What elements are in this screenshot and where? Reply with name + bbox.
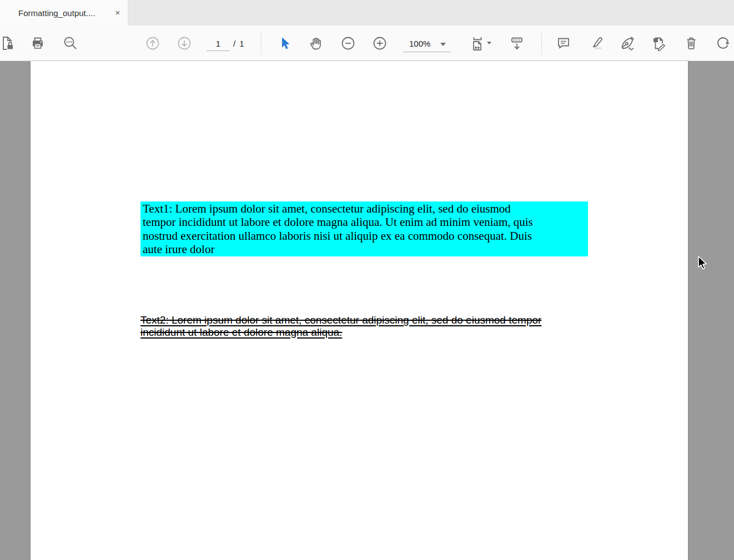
stamp-edit-icon[interactable] bbox=[650, 34, 668, 53]
zoom-out-icon[interactable] bbox=[339, 34, 358, 53]
chevron-down-icon bbox=[440, 43, 446, 46]
text-line: Text2: Lorem ipsum dolor sit amet, conse… bbox=[140, 314, 541, 326]
fit-width-chevron-icon[interactable] bbox=[487, 42, 491, 44]
zoom-level-dropdown[interactable]: 100% bbox=[403, 36, 451, 52]
redo-icon[interactable] bbox=[713, 34, 732, 53]
pdf-viewer-window: Formatting_output.... × bbox=[0, 0, 734, 560]
document-tab[interactable]: Formatting_output.... × bbox=[0, 0, 128, 26]
text-line: aute irure dolor bbox=[143, 243, 588, 256]
text-line: nostrud exercitation ullamco laboris nis… bbox=[143, 229, 588, 243]
delete-annotation-icon[interactable] bbox=[682, 34, 701, 53]
select-tool-icon[interactable] bbox=[275, 34, 294, 53]
tab-title: Formatting_output.... bbox=[18, 8, 95, 18]
tab-bar: Formatting_output.... × bbox=[0, 0, 734, 26]
print-icon[interactable] bbox=[28, 34, 47, 53]
page-down-icon[interactable] bbox=[175, 34, 194, 53]
highlight-icon[interactable] bbox=[586, 34, 605, 53]
zoom-level-value: 100% bbox=[409, 39, 430, 48]
page-total: 1 bbox=[239, 39, 244, 48]
page-separator: / bbox=[233, 39, 235, 48]
page-number-input[interactable] bbox=[207, 37, 230, 51]
text-line: Text1: Lorem ipsum dolor sit amet, conse… bbox=[143, 202, 588, 215]
highlighted-text-annotation[interactable]: Text1: Lorem ipsum dolor sit amet, conse… bbox=[140, 201, 588, 256]
tab-close-icon[interactable]: × bbox=[112, 7, 123, 18]
zoom-in-icon[interactable] bbox=[370, 34, 389, 53]
page-count-label: /1 bbox=[233, 39, 248, 48]
dock-toolbar-icon[interactable] bbox=[507, 34, 526, 53]
hand-tool-icon[interactable] bbox=[306, 34, 325, 53]
comment-icon[interactable] bbox=[554, 34, 573, 53]
text-line: incididunt ut labore et dolore magna ali… bbox=[140, 326, 541, 339]
search-icon[interactable] bbox=[61, 34, 80, 53]
text-line: tempor incididunt ut labore et dolore ma… bbox=[143, 215, 588, 229]
protected-document-icon[interactable] bbox=[0, 34, 17, 53]
fit-width-icon[interactable] bbox=[468, 34, 487, 53]
strikethrough-text-annotation[interactable]: Text2: Lorem ipsum dolor sit amet, conse… bbox=[140, 314, 541, 338]
toolbar-divider bbox=[261, 32, 262, 54]
main-toolbar: /1 100% bbox=[0, 26, 734, 61]
ink-signature-icon[interactable] bbox=[618, 34, 637, 53]
pdf-page[interactable]: Text1: Lorem ipsum dolor sit amet, conse… bbox=[31, 61, 688, 560]
toolbar-divider bbox=[541, 32, 542, 54]
page-up-icon[interactable] bbox=[143, 34, 162, 53]
document-canvas[interactable]: Text1: Lorem ipsum dolor sit amet, conse… bbox=[0, 61, 734, 560]
